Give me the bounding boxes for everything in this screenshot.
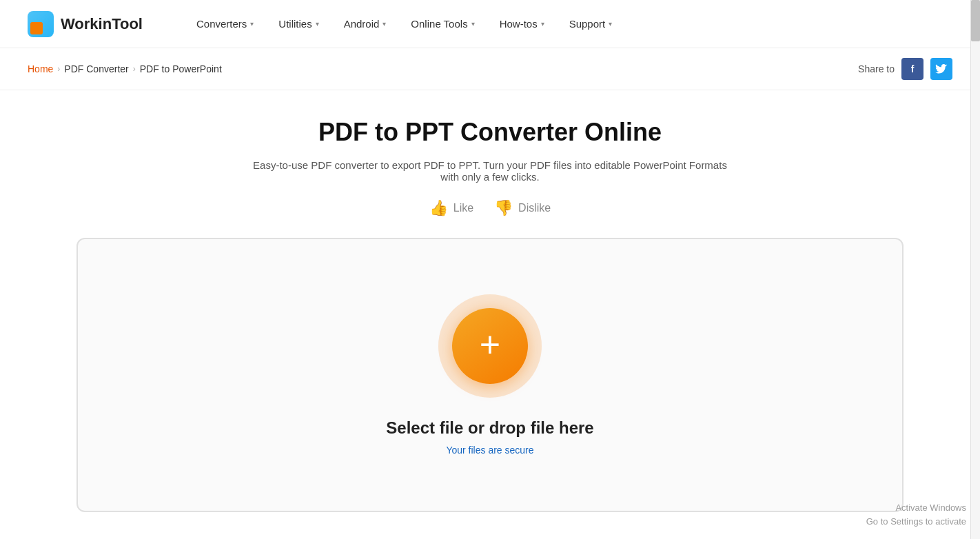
- page-description: Easy-to-use PDF converter to export PDF …: [249, 159, 731, 183]
- nav-how-tos[interactable]: How-tos ▾: [487, 0, 557, 48]
- upload-circle-outer: +: [438, 294, 542, 398]
- scrollbar[interactable]: [970, 0, 980, 526]
- activate-windows-notice: Activate Windows Go to Settings to activ…: [853, 490, 980, 526]
- chevron-down-icon: ▾: [382, 20, 386, 28]
- main-nav: Converters ▾ Utilities ▾ Android ▾ Onlin…: [184, 0, 952, 48]
- dislike-button[interactable]: 👎 Dislike: [494, 199, 551, 217]
- svg-rect-0: [34, 17, 48, 31]
- breadcrumb-sep-2: ›: [133, 64, 136, 74]
- nav-support[interactable]: Support ▾: [557, 0, 625, 48]
- header: WorkinTool Converters ▾ Utilities ▾ Andr…: [0, 0, 980, 48]
- chevron-down-icon: ▾: [250, 20, 254, 28]
- breadcrumb-home[interactable]: Home: [28, 63, 53, 74]
- chevron-down-icon: ▾: [541, 20, 544, 28]
- breadcrumb-current: PDF to PowerPoint: [140, 63, 222, 74]
- breadcrumb-bar: Home › PDF Converter › PDF to PowerPoint…: [0, 48, 980, 90]
- feedback-area: 👍 Like 👎 Dislike: [28, 199, 952, 217]
- share-twitter-button[interactable]: [930, 58, 952, 80]
- nav-utilities[interactable]: Utilities ▾: [266, 0, 331, 48]
- upload-circle-inner: +: [452, 308, 528, 384]
- nav-android[interactable]: Android ▾: [331, 0, 399, 48]
- plus-icon: +: [480, 327, 500, 363]
- share-facebook-button[interactable]: f: [901, 58, 923, 80]
- upload-secure-text: Your files are secure: [446, 445, 533, 456]
- breadcrumb: Home › PDF Converter › PDF to PowerPoint: [28, 63, 858, 74]
- main-content: PDF to PPT Converter Online Easy-to-use …: [0, 90, 980, 526]
- thumbs-up-icon: 👍: [429, 199, 448, 217]
- share-area: Share to f: [858, 58, 952, 80]
- upload-area[interactable]: + Select file or drop file here Your fil…: [76, 238, 904, 512]
- nav-online-tools[interactable]: Online Tools ▾: [398, 0, 487, 48]
- chevron-down-icon: ▾: [471, 20, 475, 28]
- chevron-down-icon: ▾: [609, 20, 612, 28]
- scrollbar-thumb[interactable]: [971, 0, 980, 41]
- breadcrumb-sep-1: ›: [57, 64, 60, 74]
- logo-text: WorkinTool: [61, 15, 143, 33]
- logo-icon: [28, 11, 54, 37]
- nav-converters[interactable]: Converters ▾: [184, 0, 266, 48]
- page-title: PDF to PPT Converter Online: [28, 118, 952, 147]
- like-button[interactable]: 👍 Like: [429, 199, 473, 217]
- thumbs-down-icon: 👎: [494, 199, 513, 217]
- chevron-down-icon: ▾: [316, 20, 319, 28]
- share-label: Share to: [858, 63, 895, 74]
- breadcrumb-pdf-converter[interactable]: PDF Converter: [64, 63, 128, 74]
- upload-main-text: Select file or drop file here: [386, 418, 593, 438]
- logo-link[interactable]: WorkinTool: [28, 11, 143, 37]
